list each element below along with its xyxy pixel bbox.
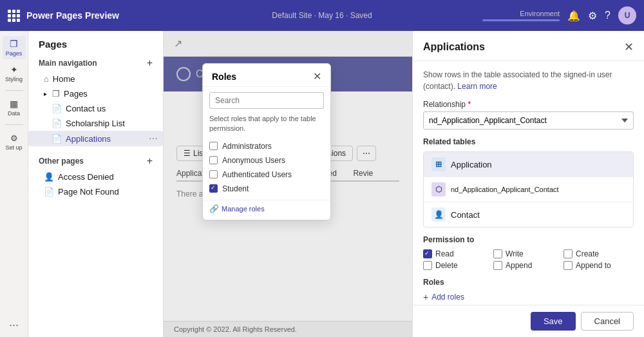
sidebar-item-pages[interactable]: ❐ Pages xyxy=(3,36,26,59)
env-bar xyxy=(482,19,560,21)
person-icon-contact: 👤 xyxy=(431,207,446,222)
add-nav-item-button[interactable]: + xyxy=(147,57,153,69)
relationship-select[interactable]: nd_Application_Applicant_Contact xyxy=(423,111,634,130)
manage-roles-link[interactable]: 🔗 Manage roles xyxy=(203,200,330,220)
related-table-nd-application[interactable]: ⬡ nd_Application_Applicant_Contact xyxy=(424,177,633,202)
role-item-administrators: Administrators xyxy=(209,139,324,153)
related-tables-label: Related tables xyxy=(423,137,634,146)
related-table-application[interactable]: ⊞ Application xyxy=(424,152,633,177)
sidebar-more[interactable]: ··· xyxy=(9,318,19,332)
right-panel-header: Applications ✕ xyxy=(413,31,644,61)
setup-label: Set up xyxy=(5,144,22,151)
sidebar-item-styling[interactable]: ✦ Styling xyxy=(3,62,26,85)
person-icon: 👤 xyxy=(44,172,54,182)
role-label-administrators: Administrators xyxy=(222,142,272,151)
related-table-contact[interactable]: 👤 Contact xyxy=(424,202,633,227)
perm-checkbox-read[interactable] xyxy=(423,249,432,258)
settings-icon[interactable]: ⚙ xyxy=(588,10,597,22)
role-item-authenticated: Authenticated Users xyxy=(209,168,324,182)
center-content: ↗ Company name Applica ☰ List xyxy=(164,31,412,337)
notifications-icon[interactable]: 🔔 xyxy=(567,10,580,22)
perm-label-read: Read xyxy=(435,249,454,258)
nav-item-access-denied[interactable]: 👤 Access Denied xyxy=(28,169,163,184)
home-icon: ⌂ xyxy=(44,74,49,84)
data-label: Data xyxy=(8,110,20,117)
perm-checkbox-append[interactable] xyxy=(493,261,502,270)
perm-checkbox-delete[interactable] xyxy=(423,261,432,270)
nav-item-contact[interactable]: 📄 Contact us xyxy=(28,101,163,116)
main-nav-label: Main navigation xyxy=(39,59,97,68)
save-button[interactable]: Save xyxy=(531,312,576,331)
add-roles-button[interactable]: + Add roles xyxy=(423,292,464,302)
perm-append-to: Append to xyxy=(564,261,634,270)
perm-create: Create xyxy=(564,249,634,258)
role-checkbox-anonymous[interactable] xyxy=(209,156,218,164)
nav-item-applications[interactable]: 📄 Applications ⋯ xyxy=(28,131,163,146)
sidebar-item-setup[interactable]: ⚙ Set up xyxy=(3,130,26,153)
nav-item-page-not-found[interactable]: 📄 Page Not Found xyxy=(28,184,163,199)
role-checkbox-authenticated[interactable] xyxy=(209,170,218,178)
right-panel-title: Applications xyxy=(423,41,485,53)
page-icon2: 📄 xyxy=(52,119,62,128)
sidebar-divider xyxy=(5,90,23,91)
cancel-button[interactable]: Cancel xyxy=(581,312,634,331)
other-pages-label: Other pages xyxy=(39,157,84,166)
nav-page-not-found-label: Page Not Found xyxy=(58,187,119,197)
app-grid-icon[interactable] xyxy=(8,10,20,22)
nav-contact-label: Contact us xyxy=(66,104,106,113)
nav-item-home[interactable]: ⌂ Home xyxy=(28,72,163,86)
nav-item-more-icon[interactable]: ⋯ xyxy=(149,133,158,144)
env-info: Environment xyxy=(482,10,560,21)
folder-icon: ❐ xyxy=(52,89,60,99)
roles-modal-header: Roles ✕ xyxy=(203,64,330,87)
permission-grid: Read Write Create Delete xyxy=(423,249,634,270)
perm-delete: Delete xyxy=(423,261,493,270)
roles-description: Select roles that apply to the table per… xyxy=(203,114,330,139)
roles-modal-overlay: Roles ✕ Select roles that apply to the t… xyxy=(164,31,412,337)
page-icon3: 📄 xyxy=(52,134,62,144)
right-panel-footer: Save Cancel xyxy=(413,305,644,337)
nav-pages-label: Pages xyxy=(64,89,88,99)
chevron-right-icon: ▸ xyxy=(44,90,47,97)
rp-description: Show rows in the table associated to the… xyxy=(423,69,634,92)
perm-checkbox-append-to[interactable] xyxy=(564,261,573,270)
nav-item-pages[interactable]: ▸ ❐ Pages xyxy=(28,86,163,101)
roles-list: Administrators Anonymous Users Authentic… xyxy=(203,139,330,200)
related-table-label-contact: Contact xyxy=(451,210,480,220)
permission-to-section: Permission to Read Write Create xyxy=(423,235,634,270)
nav-scholarship-label: Scholarship List xyxy=(66,119,125,128)
avatar[interactable]: U xyxy=(618,6,636,24)
right-panel-close-button[interactable]: ✕ xyxy=(624,40,634,54)
nav-item-scholarship[interactable]: 📄 Scholarship List xyxy=(28,116,163,131)
perm-label-create: Create xyxy=(576,249,599,258)
styling-label: Styling xyxy=(5,76,23,82)
sidebar-item-data[interactable]: ▦ Data xyxy=(3,96,26,119)
add-other-page-button[interactable]: + xyxy=(147,155,153,167)
roles-section-label: Roles xyxy=(423,278,634,287)
nav-applications-label: Applications xyxy=(66,134,111,144)
other-pages-section: Other pages + xyxy=(28,151,163,169)
role-checkbox-student[interactable] xyxy=(209,184,218,193)
main-layout: ❐ Pages ✦ Styling ▦ Data ⚙ Set up ··· Pa… xyxy=(0,31,644,337)
right-panel: Applications ✕ Show rows in the table as… xyxy=(412,31,644,337)
related-tables: ⊞ Application ⬡ nd_Application_Applicant… xyxy=(423,151,634,227)
role-checkbox-administrators[interactable] xyxy=(209,142,218,150)
help-icon[interactable]: ? xyxy=(605,10,611,21)
perm-checkbox-write[interactable] xyxy=(493,249,502,258)
roles-modal-close-button[interactable]: ✕ xyxy=(313,70,321,82)
perm-write: Write xyxy=(493,249,564,258)
perm-checkbox-create[interactable] xyxy=(564,249,573,258)
icon-sidebar: ❐ Pages ✦ Styling ▦ Data ⚙ Set up ··· xyxy=(0,31,28,337)
perm-label-delete: Delete xyxy=(435,261,458,270)
perm-append: Append xyxy=(493,261,564,270)
page-icon: 📄 xyxy=(52,104,62,113)
role-item-student: Student xyxy=(209,182,324,196)
pages-label: Pages xyxy=(6,50,23,57)
perm-label-write: Write xyxy=(506,249,524,258)
relationship-label: Relationship xyxy=(423,100,634,109)
learn-more-link[interactable]: Learn more xyxy=(457,82,497,91)
permission-to-label: Permission to xyxy=(423,235,634,244)
table-icon-application: ⊞ xyxy=(431,157,446,171)
roles-search-input[interactable] xyxy=(209,92,324,109)
pages-icon: ❐ xyxy=(10,39,18,49)
